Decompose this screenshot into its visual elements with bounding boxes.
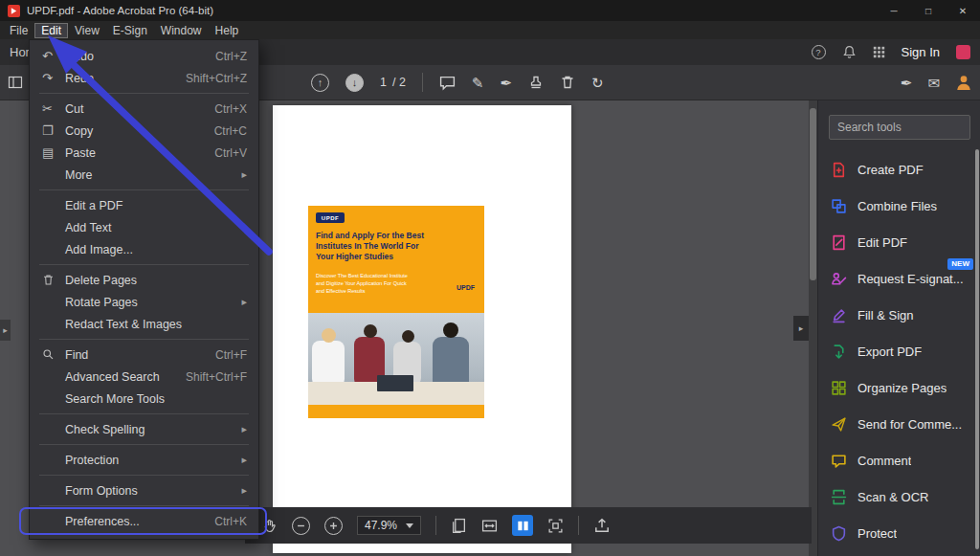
zoombar-divider (578, 516, 579, 535)
menu-item-advanced-search[interactable]: Advanced Search Shift+Ctrl+F (30, 366, 258, 388)
chevron-down-icon (406, 523, 413, 528)
menu-item-preferences[interactable]: Preferences... Ctrl+K (30, 510, 258, 532)
menu-item-more[interactable]: More ▸ (30, 164, 258, 186)
menu-edit[interactable]: Edit (34, 23, 68, 38)
zoom-in-button[interactable] (324, 517, 343, 535)
tool-item-request-esignatures[interactable]: Request E-signat... NEW (818, 260, 980, 297)
menu-item-find[interactable]: Find Ctrl+F (30, 344, 258, 366)
sign-pen-icon[interactable]: ✒ (500, 76, 512, 90)
comment-bubble-icon[interactable] (439, 75, 456, 91)
menu-item-edit-a-pdf[interactable]: Edit a PDF (30, 194, 258, 216)
menu-item-search-more-tools[interactable]: Search More Tools (30, 388, 258, 410)
edit-pdf-icon (831, 234, 847, 251)
tool-item-export-pdf[interactable]: Export PDF (818, 333, 980, 369)
trash-icon[interactable] (560, 75, 575, 90)
share-upload-icon[interactable] (593, 517, 611, 534)
menu-item-paste[interactable]: ▤ Paste Ctrl+V (30, 142, 258, 164)
tool-label: Fill & Sign (858, 308, 914, 322)
zoom-toolbar: 47.9% (245, 507, 812, 544)
paste-clipboard-icon: ▤ (42, 145, 65, 160)
help-icon[interactable]: ? (812, 45, 826, 59)
menu-item-undo[interactable]: ↶ Undo Ctrl+Z (30, 45, 258, 67)
tool-item-comment[interactable]: Comment (818, 442, 980, 478)
combine-files-icon (831, 198, 847, 214)
apps-grid-icon[interactable] (873, 46, 885, 58)
stamp-icon[interactable] (528, 75, 544, 90)
right-panel-toggle[interactable]: ▸ (793, 316, 809, 341)
page-down-button[interactable]: ↓ (345, 74, 364, 92)
menu-item-form-options[interactable]: Form Options ▸ (30, 479, 258, 501)
request-signature-icon[interactable]: ✒ (901, 76, 913, 90)
menu-item-add-text[interactable]: Add Text (30, 216, 258, 238)
sign-in-button[interactable]: Sign In (902, 45, 940, 59)
two-page-view-button[interactable] (512, 515, 533, 536)
menu-item-rotate-pages[interactable]: Rotate Pages ▸ (30, 291, 258, 313)
send-email-icon[interactable]: ✉ (927, 76, 940, 90)
tool-label: Create PDF (858, 163, 924, 177)
close-button[interactable]: ✕ (946, 0, 980, 21)
tool-item-create-pdf[interactable]: Create PDF (818, 151, 980, 188)
hand-tool-icon[interactable] (262, 518, 278, 533)
menu-help[interactable]: Help (209, 23, 246, 38)
protect-shield-icon (831, 525, 847, 542)
zoom-level-select[interactable]: 47.9% (357, 516, 421, 535)
fit-width-icon[interactable] (481, 518, 498, 534)
rotate-icon[interactable]: ↻ (591, 76, 604, 90)
submenu-arrow-icon: ▸ (241, 454, 247, 466)
menu-item-cut[interactable]: ✂ Cut Ctrl+X (30, 98, 258, 120)
user-avatar[interactable] (955, 74, 972, 91)
edit-menu-dropdown: ↶ Undo Ctrl+Z ↷ Redo Shift+Ctrl+Z ✂ Cut … (29, 39, 259, 540)
menu-item-delete-pages[interactable]: Delete Pages (30, 269, 258, 291)
tool-item-fill-sign[interactable]: Fill & Sign (818, 297, 980, 333)
menu-window[interactable]: Window (154, 23, 209, 38)
red-app-icon[interactable] (956, 45, 970, 59)
menu-item-add-image[interactable]: Add Image... (30, 238, 258, 260)
menu-item-copy[interactable]: ❐ Copy Ctrl+C (30, 120, 258, 142)
single-page-view-icon[interactable] (451, 518, 467, 534)
minimize-button[interactable]: ─ (877, 0, 911, 21)
scrollbar-thumb[interactable] (810, 108, 816, 280)
tools-panel-scrollbar[interactable] (975, 149, 979, 549)
notifications-bell-icon[interactable] (842, 45, 857, 59)
tool-item-protect[interactable]: Protect (818, 515, 980, 551)
menu-item-label: Search More Tools (65, 392, 165, 406)
pdf-page: UPDF Find and Apply For the Best Institu… (273, 105, 571, 553)
create-pdf-icon (831, 162, 847, 178)
organize-pages-icon (831, 380, 847, 396)
menu-esign[interactable]: E-Sign (106, 23, 154, 38)
tool-item-combine-files[interactable]: Combine Files (818, 188, 980, 224)
page-thumbnails-icon[interactable] (8, 75, 23, 90)
cut-scissors-icon: ✂ (42, 101, 65, 116)
menu-item-label: Copy (65, 124, 93, 138)
zoom-out-button[interactable] (292, 517, 310, 535)
fit-page-icon[interactable] (547, 518, 564, 534)
menu-item-check-spelling[interactable]: Check Spelling ▸ (30, 418, 258, 440)
tool-item-send-for-comments[interactable]: Send for Comme... (818, 406, 980, 442)
submenu-arrow-icon: ▸ (241, 168, 247, 181)
menu-item-protection[interactable]: Protection ▸ (30, 449, 258, 471)
flyer-brand: UPDF (457, 284, 475, 291)
menu-item-redact[interactable]: Redact Text & Images (30, 313, 258, 335)
tool-label: Organize Pages (858, 381, 947, 395)
menu-item-label: More (65, 168, 92, 182)
current-page[interactable]: 1 (380, 76, 387, 89)
menu-item-redo[interactable]: ↷ Redo Shift+Ctrl+Z (30, 67, 258, 89)
menu-view[interactable]: View (68, 23, 106, 38)
tool-item-edit-pdf[interactable]: Edit PDF (818, 224, 980, 260)
acrobat-logo-icon (8, 5, 20, 17)
document-scrollbar[interactable] (809, 100, 817, 556)
tool-item-scan-ocr[interactable]: Scan & OCR (818, 478, 980, 515)
menu-item-label: Form Options (65, 484, 138, 498)
menu-item-label: Find (65, 348, 88, 362)
tool-item-organize-pages[interactable]: Organize Pages (818, 369, 980, 406)
search-tools-input[interactable] (829, 115, 970, 140)
toolbar-divider (422, 73, 423, 92)
left-panel-toggle[interactable]: ▸ (0, 320, 11, 341)
page-up-button[interactable]: ↑ (311, 74, 329, 92)
menu-item-label: Delete Pages (65, 274, 137, 287)
menu-item-label: Edit a PDF (65, 199, 122, 212)
window-title: UPDF.pdf - Adobe Acrobat Pro (64-bit) (27, 5, 213, 16)
highlighter-icon[interactable]: ✎ (472, 76, 484, 90)
maximize-button[interactable]: □ (911, 0, 946, 21)
menu-file[interactable]: File (3, 23, 34, 38)
